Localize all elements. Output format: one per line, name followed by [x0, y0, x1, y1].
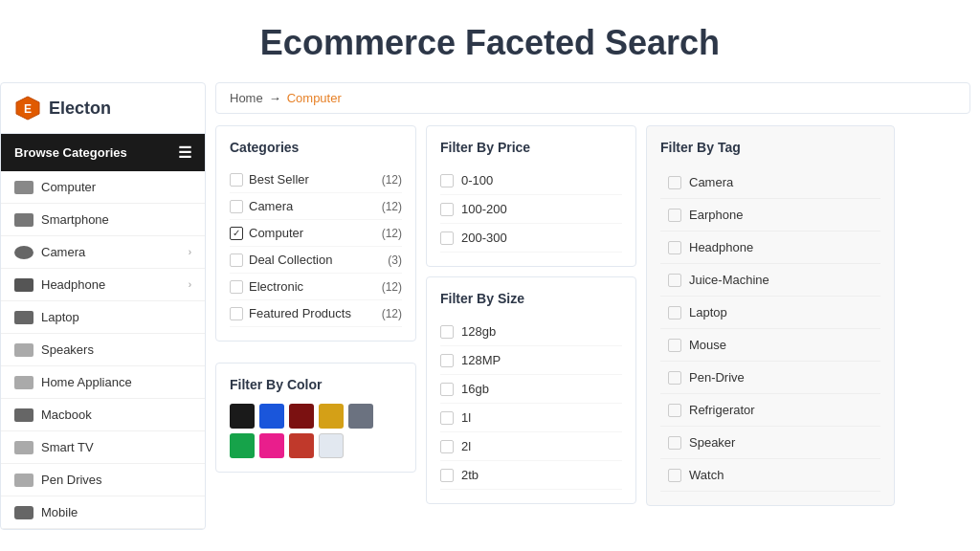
price-item[interactable]: 0-100 — [440, 166, 622, 195]
category-checkbox[interactable]: ✓ — [230, 227, 243, 240]
color-swatch[interactable] — [259, 433, 284, 458]
tag-checkbox[interactable] — [668, 436, 681, 450]
nav-label-pen-drives: Pen Drives — [41, 473, 102, 487]
nav-icon-smart-tv — [14, 441, 33, 454]
tag-label: Laptop — [689, 305, 727, 320]
tag-item[interactable]: Laptop — [660, 297, 880, 329]
size-label: 1l — [461, 410, 471, 425]
price-checkbox[interactable] — [440, 174, 454, 187]
nav-icon-macbook — [14, 408, 33, 422]
category-item[interactable]: ✓ Computer (12) — [230, 220, 402, 247]
category-checkbox[interactable] — [230, 200, 243, 213]
color-swatch[interactable] — [289, 404, 314, 429]
price-label: 0-100 — [461, 173, 493, 187]
size-checkbox[interactable] — [440, 354, 454, 367]
logo-text: Electon — [49, 99, 111, 119]
tag-label: Refrigerator — [689, 403, 755, 417]
size-checkbox[interactable] — [440, 440, 454, 453]
tag-item[interactable]: Watch — [660, 459, 880, 492]
sidebar-item-camera[interactable]: Camera › — [1, 236, 205, 269]
price-item[interactable]: 100-200 — [440, 195, 622, 224]
tag-checkbox[interactable] — [668, 241, 681, 254]
breadcrumb-home[interactable]: Home — [230, 91, 263, 105]
category-item[interactable]: Best Seller (12) — [230, 166, 402, 193]
size-item[interactable]: 2tb — [440, 461, 622, 490]
size-item[interactable]: 2l — [440, 432, 622, 461]
size-checkbox[interactable] — [440, 411, 454, 425]
color-swatch[interactable] — [230, 404, 255, 429]
price-item[interactable]: 200-300 — [440, 224, 622, 253]
sidebar-item-headphone[interactable]: Headphone › — [1, 269, 205, 301]
tag-checkbox[interactable] — [668, 274, 681, 287]
sidebar-item-home-appliance[interactable]: Home Appliance — [1, 366, 205, 399]
tag-item[interactable]: Camera — [660, 166, 880, 199]
tag-label: Mouse — [689, 338, 726, 352]
sidebar-item-smartphone[interactable]: Smartphone — [1, 204, 205, 236]
category-checkbox[interactable] — [230, 280, 243, 294]
logo-icon: E — [14, 95, 41, 121]
sidebar-item-macbook[interactable]: Macbook — [1, 399, 205, 431]
tag-checkbox[interactable] — [668, 306, 681, 320]
sidebar-item-smart-tv[interactable]: Smart TV — [1, 431, 205, 464]
color-swatch[interactable] — [259, 404, 284, 429]
size-item[interactable]: 16gb — [440, 375, 622, 404]
price-checkbox[interactable] — [440, 231, 454, 245]
tag-checkbox[interactable] — [668, 371, 681, 385]
nav-label-computer: Computer — [41, 180, 96, 194]
categories-title: Categories — [230, 140, 402, 155]
size-label: 16gb — [461, 382, 489, 396]
color-swatch[interactable] — [348, 404, 373, 429]
category-item[interactable]: Featured Products (12) — [230, 300, 402, 327]
tag-label: Watch — [689, 468, 724, 482]
tag-item[interactable]: Pen-Drive — [660, 362, 880, 394]
size-checkbox[interactable] — [440, 469, 454, 482]
tag-checkbox[interactable] — [668, 404, 681, 417]
category-count: (12) — [382, 200, 402, 213]
tag-panel: Filter By Tag Camera Earphone Headphone … — [646, 125, 895, 506]
size-item[interactable]: 1l — [440, 404, 622, 432]
sidebar-item-laptop[interactable]: Laptop — [1, 301, 205, 334]
price-label: 100-200 — [461, 202, 507, 216]
size-checkbox[interactable] — [440, 325, 454, 339]
color-swatch[interactable] — [289, 433, 314, 458]
tag-item[interactable]: Refrigerator — [660, 394, 880, 427]
color-swatch[interactable] — [319, 404, 344, 429]
category-checkbox[interactable] — [230, 253, 243, 267]
tag-checkbox[interactable] — [668, 209, 681, 222]
tag-item[interactable]: Headphone — [660, 231, 880, 264]
nav-label-home-appliance: Home Appliance — [41, 375, 132, 389]
sidebar-item-computer[interactable]: Computer — [1, 171, 205, 204]
breadcrumb-current: Computer — [287, 91, 342, 105]
nav-label-smartphone: Smartphone — [41, 212, 109, 227]
color-swatches — [230, 404, 402, 458]
category-count: (12) — [382, 280, 402, 294]
color-swatch[interactable] — [230, 433, 255, 458]
tag-checkbox[interactable] — [668, 469, 681, 482]
hamburger-icon[interactable]: ☰ — [178, 143, 191, 162]
size-checkbox[interactable] — [440, 383, 454, 396]
nav-label-camera: Camera — [41, 245, 85, 259]
category-item[interactable]: Electronic (12) — [230, 274, 402, 300]
category-label: Computer — [249, 226, 303, 240]
tag-item[interactable]: Juice-Machine — [660, 264, 880, 297]
tag-item[interactable]: Earphone — [660, 199, 880, 231]
category-item[interactable]: Deal Collection (3) — [230, 247, 402, 274]
size-item[interactable]: 128MP — [440, 346, 622, 375]
tag-checkbox[interactable] — [668, 176, 681, 189]
sidebar-item-mobile[interactable]: Mobile — [1, 496, 205, 529]
tag-label: Headphone — [689, 240, 753, 254]
color-swatch[interactable] — [319, 433, 344, 458]
tag-title: Filter By Tag — [660, 140, 880, 155]
price-checkbox[interactable] — [440, 203, 454, 216]
sidebar-item-speakers[interactable]: Speakers — [1, 334, 205, 366]
tag-item[interactable]: Speaker — [660, 427, 880, 459]
tag-checkbox[interactable] — [668, 339, 681, 352]
category-checkbox[interactable] — [230, 173, 243, 187]
category-checkbox[interactable] — [230, 307, 243, 320]
tag-item[interactable]: Mouse — [660, 329, 880, 362]
sidebar-item-pen-drives[interactable]: Pen Drives — [1, 464, 205, 496]
category-label: Featured Products — [249, 306, 351, 320]
category-item[interactable]: Camera (12) — [230, 193, 402, 220]
size-item[interactable]: 128gb — [440, 318, 622, 346]
page-title: Ecommerce Faceted Search — [0, 0, 980, 82]
